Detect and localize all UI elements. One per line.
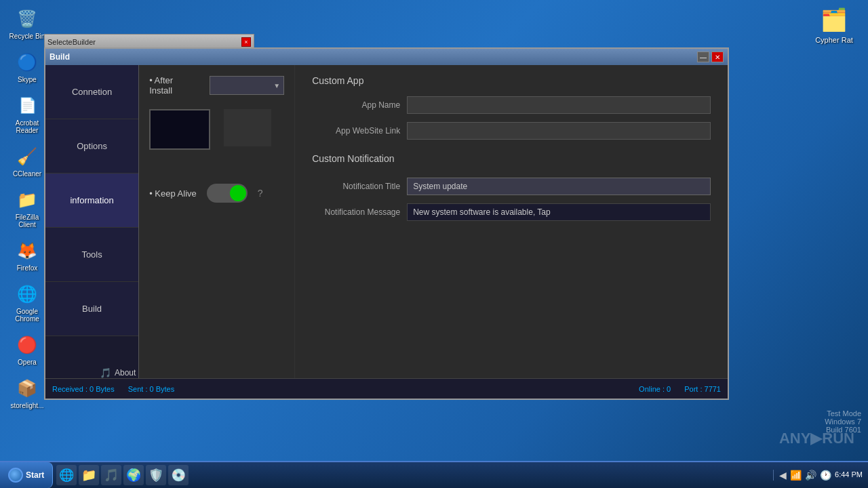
custom-app-section: Custom App App Name App WebSite Link (312, 75, 711, 140)
start-button[interactable]: Start (0, 462, 53, 488)
taskbar-folder-icon[interactable]: 📁 (79, 465, 99, 485)
notification-title-row: Notification Title (312, 178, 711, 195)
notification-message-label: Notification Message (312, 207, 400, 217)
port-status: Port : 7771 (684, 385, 721, 393)
notification-message-input[interactable] (407, 203, 711, 221)
taskbar: Start 🌐 📁 🎵 🌍 🛡️ 💿 ◀ 📶 🔊 🕐 6:44 PM (0, 461, 868, 488)
cypherrat-label: Cypher Rat (815, 36, 853, 44)
sidebar-item-tools[interactable]: Tools (45, 228, 138, 282)
taskbar-antivirus-icon[interactable]: 🛡️ (146, 465, 166, 485)
acrobat-label: Acrobat Reader (7, 119, 47, 134)
start-label: Start (26, 470, 44, 480)
selectebuilder-title: SelecteBuilder (47, 38, 96, 46)
firefox-label: Firefox (17, 264, 38, 272)
status-right: Online : 0 Port : 7771 (639, 385, 721, 393)
tray-network-icon[interactable]: 📶 (790, 470, 802, 481)
taskbar-items: 🌐 📁 🎵 🌍 🛡️ 💿 (53, 465, 773, 485)
selectebuilder-close-button[interactable]: × (241, 37, 251, 47)
sidebar-item-options[interactable]: Options (45, 119, 138, 174)
help-icon[interactable]: ? (258, 188, 263, 199)
taskbar-chrome-icon[interactable]: 🌍 (123, 465, 144, 485)
skype-label: Skype (18, 76, 37, 83)
recyclebin-label: Recycle Bin (9, 33, 45, 40)
about-label: About (115, 368, 136, 378)
sidebar-item-information[interactable]: information (45, 174, 138, 228)
build-right-section: Custom App App Name App WebSite Link Cus… (295, 65, 728, 399)
keepalive-row: • Keep Alive ? (149, 184, 284, 203)
build-window-title: Build (50, 52, 70, 62)
ccleaner-icon: 🧹 (15, 144, 39, 169)
tray-arrow-icon[interactable]: ◀ (779, 470, 787, 481)
sent-status: Sent : 0 Bytes (128, 385, 174, 393)
notification-title-input[interactable] (407, 178, 711, 195)
opera-label: Opera (18, 359, 37, 366)
notification-title-label: Notification Title (312, 182, 400, 191)
ccleaner-label: CCleaner (13, 170, 41, 178)
taskbar-burn-icon[interactable]: 💿 (168, 465, 189, 485)
desktop-icon-opera[interactable]: 🔴 Opera (7, 333, 47, 366)
clock: 6:44 PM (835, 470, 863, 480)
keepalive-label: • Keep Alive (149, 188, 197, 199)
after-install-dropdown[interactable]: Nothing Open (210, 76, 284, 95)
desktop-icon-cypherrat[interactable]: 🗂️ Cypher Rat (807, 3, 861, 44)
custom-notification-section: Custom Notification Notification Title N… (312, 153, 711, 221)
build-window: Build — ✕ Connetion Options information (44, 47, 729, 400)
desktop-icon-acrobat[interactable]: 📄 Acrobat Reader (7, 94, 47, 134)
notification-message-row: Notification Message (312, 203, 711, 221)
skype-icon: 🔵 (15, 50, 39, 75)
chrome-icon: 🌐 (15, 282, 39, 306)
desktop: 🗑️ Recycle Bin 🔵 Skype 📄 Acrobat Reader … (0, 0, 868, 488)
tray-clock-icon[interactable]: 🕐 (820, 470, 831, 481)
about-tab[interactable]: 🎵 About (100, 367, 136, 378)
taskbar-media-icon[interactable]: 🎵 (101, 465, 121, 485)
desktop-icon-ccleaner[interactable]: 🧹 CCleaner (7, 144, 47, 178)
win-controls: — ✕ (697, 52, 724, 62)
app-website-row: App WebSite Link (312, 122, 711, 140)
acrobat-icon: 📄 (15, 94, 39, 118)
cypherrat-icon: 🗂️ (818, 3, 850, 36)
after-install-dropdown-wrapper: Nothing Open ▼ (210, 76, 284, 95)
minimize-button[interactable]: — (697, 52, 709, 62)
storelight-icon: 📦 (15, 376, 39, 401)
app-name-input[interactable] (407, 96, 711, 114)
desktop-icons-left: 🗑️ Recycle Bin 🔵 Skype 📄 Acrobat Reader … (7, 7, 47, 409)
desktop-icon-filezilla[interactable]: 📁 FileZilla Client (7, 188, 47, 228)
keepalive-toggle[interactable] (207, 184, 248, 203)
desktop-icon-recyclebin[interactable]: 🗑️ Recycle Bin (7, 7, 47, 40)
desktop-icon-firefox[interactable]: 🦊 Firefox (7, 239, 47, 272)
filezilla-icon: 📁 (15, 188, 39, 212)
app-name-label: App Name (312, 100, 400, 110)
after-install-row: • After Install Nothing Open ▼ (149, 75, 284, 96)
opera-icon: 🔴 (15, 333, 39, 357)
build-left-section: • After Install Nothing Open ▼ (139, 65, 295, 399)
build-main: • After Install Nothing Open ▼ (139, 65, 728, 399)
received-status: Received : 0 Bytes (52, 385, 115, 393)
build-body: Connetion Options information Tools Buil… (45, 65, 728, 399)
custom-notification-title: Custom Notification (312, 153, 711, 164)
online-status: Online : 0 (639, 385, 671, 393)
app-name-row: App Name (312, 96, 711, 114)
toggle-knob (230, 185, 246, 201)
test-mode-label: Test Mode Windows 7 Build 7601 (825, 409, 861, 434)
taskbar-ie-icon[interactable]: 🌐 (56, 465, 77, 485)
desktop-icon-storelight[interactable]: 📦 storelight... (7, 376, 47, 409)
app-website-input[interactable] (407, 122, 711, 140)
storelight-label: storelight... (11, 402, 44, 409)
recyclebin-icon: 🗑️ (15, 7, 39, 31)
filezilla-label: FileZilla Client (7, 214, 47, 228)
sidebar-item-build[interactable]: Build (45, 282, 138, 336)
app-website-label: App WebSite Link (312, 126, 400, 136)
tray-speaker-icon[interactable]: 🔊 (805, 470, 816, 481)
build-titlebar: Build — ✕ (45, 49, 728, 65)
sidebar-item-connetion[interactable]: Connetion (45, 65, 138, 119)
desktop-icon-skype[interactable]: 🔵 Skype (7, 50, 47, 83)
after-install-label: • After Install (149, 75, 196, 96)
desktop-icon-chrome[interactable]: 🌐 Google Chrome (7, 282, 47, 323)
sidebar: Connetion Options information Tools Buil… (45, 65, 139, 399)
image-placeholder-large[interactable] (149, 109, 210, 150)
system-tray: ◀ 📶 🔊 🕐 6:44 PM (773, 470, 868, 481)
close-button[interactable]: ✕ (711, 52, 724, 62)
statusbar: Received : 0 Bytes Sent : 0 Bytes Online… (45, 378, 728, 399)
custom-app-title: Custom App (312, 75, 711, 86)
image-placeholder-small[interactable] (224, 109, 271, 146)
